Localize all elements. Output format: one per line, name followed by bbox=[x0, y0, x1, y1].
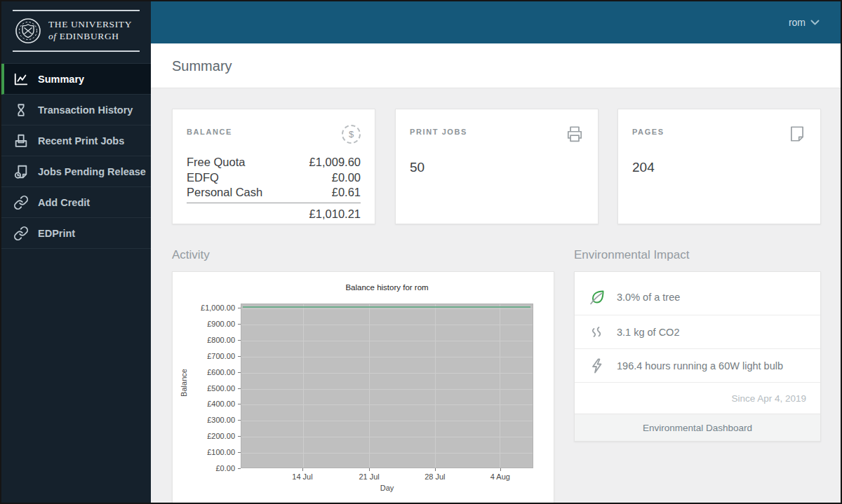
chart-gridline-h bbox=[241, 341, 533, 341]
sidebar-item-edprint[interactable]: EDPrint bbox=[1, 218, 151, 249]
chart-x-tick-label: 28 Jul bbox=[425, 472, 445, 481]
co2-steam-icon bbox=[589, 324, 606, 341]
activity-section-label: Activity bbox=[172, 248, 210, 262]
chart-y-tick-label: £200.00 bbox=[173, 432, 235, 440]
chart-y-tick-labels: £1,000.00£900.00£800.00£700.00£600.00£50… bbox=[173, 304, 235, 468]
balance-card-label: BALANCE bbox=[187, 125, 232, 136]
chart-gridline-h bbox=[241, 421, 533, 421]
chart-gridline-v bbox=[369, 304, 370, 468]
dollar-dashed-circle-icon: $ bbox=[342, 125, 361, 144]
topbar: rom bbox=[151, 1, 841, 43]
page-header: Summary bbox=[151, 43, 841, 88]
pages-card: PAGES 204 bbox=[617, 109, 821, 224]
leaf-icon bbox=[589, 289, 606, 306]
chain-link-icon bbox=[13, 195, 29, 210]
chart-y-tick-mark bbox=[238, 468, 241, 469]
app-window: THE UNIVERSITY of EDINBURGH Summary Tran… bbox=[0, 0, 842, 504]
chart-balance-line bbox=[243, 306, 530, 308]
chart-title: Balance history for rom bbox=[241, 283, 533, 292]
sidebar-item-label: Jobs Pending Release bbox=[38, 166, 146, 177]
chart-gridline-v bbox=[303, 304, 304, 468]
env-row-co2: 3.1 kg of CO2 bbox=[575, 315, 820, 349]
username: rom bbox=[789, 17, 806, 28]
balance-row-name: Personal Cash bbox=[187, 185, 262, 200]
page-title: Summary bbox=[172, 43, 232, 88]
chart-gridline-h bbox=[241, 404, 533, 405]
user-menu-dropdown[interactable]: rom bbox=[789, 1, 820, 43]
sidebar-item-label: Transaction History bbox=[38, 104, 133, 116]
university-logo: THE UNIVERSITY of EDINBURGH bbox=[1, 1, 151, 52]
chart-y-tick-mark bbox=[238, 356, 241, 357]
chart-y-tick-label: £100.00 bbox=[173, 448, 235, 456]
pages-value: 204 bbox=[632, 160, 806, 175]
chart-gridline-h bbox=[241, 437, 533, 437]
lightning-bolt-icon bbox=[589, 357, 606, 374]
print-jobs-card: PRINT JOBS 50 bbox=[395, 109, 599, 224]
chart-x-tick-labels: 14 Jul21 Jul28 Jul4 Aug bbox=[241, 472, 533, 482]
balance-row: EDFQ £0.00 bbox=[187, 170, 361, 186]
sidebar-item-transaction-history[interactable]: Transaction History bbox=[1, 95, 151, 125]
balance-total: £1,010.21 bbox=[187, 203, 361, 222]
chart-gridline-h bbox=[241, 389, 533, 390]
sidebar-item-label: Summary bbox=[38, 74, 84, 85]
chart-y-tick-label: £0.00 bbox=[173, 464, 235, 472]
printer-tray-icon bbox=[13, 133, 29, 149]
chain-link-icon bbox=[13, 226, 29, 241]
chart-gridline-v bbox=[435, 304, 436, 468]
environmental-impact-card: 3.0% of a tree 3.1 kg of CO2 196.4 hours… bbox=[574, 271, 821, 442]
chart-y-tick-label: £800.00 bbox=[173, 336, 235, 344]
chart-x-axis-label: Day bbox=[241, 484, 533, 492]
environmental-dashboard-link[interactable]: Environmental Dashboard bbox=[575, 414, 820, 441]
balance-row-value: £0.61 bbox=[332, 185, 361, 200]
sidebar-item-summary[interactable]: Summary bbox=[1, 64, 151, 95]
chart-gridline-h bbox=[241, 325, 533, 325]
balance-row-name: EDFQ bbox=[187, 170, 219, 186]
chart-y-tick-label: £300.00 bbox=[173, 416, 235, 424]
chart-y-tick-mark bbox=[238, 404, 241, 404]
chart-y-tick-mark bbox=[238, 308, 241, 308]
hourglass-icon bbox=[13, 102, 29, 118]
chart-y-tick-label: £400.00 bbox=[173, 400, 235, 408]
document-clock-icon bbox=[13, 164, 29, 179]
print-jobs-value: 50 bbox=[410, 160, 584, 175]
chart-x-tick-mark bbox=[302, 468, 303, 471]
sidebar-item-recent-print-jobs[interactable]: Recent Print Jobs bbox=[1, 125, 151, 156]
page-icon bbox=[788, 125, 806, 143]
sidebar-item-label: EDPrint bbox=[38, 228, 75, 239]
chart-x-tick-label: 21 Jul bbox=[359, 472, 379, 481]
sidebar-item-add-credit[interactable]: Add Credit bbox=[1, 187, 151, 218]
sidebar-menu: Summary Transaction History Recent Print… bbox=[1, 63, 151, 249]
chart-y-tick-mark bbox=[238, 388, 241, 389]
balance-card: BALANCE $ Free Quota £1,009.60 EDFQ £0.0… bbox=[172, 109, 375, 224]
sidebar-item-label: Add Credit bbox=[38, 197, 90, 208]
chart-plot bbox=[241, 304, 533, 468]
chart-x-tick-mark bbox=[500, 468, 501, 471]
env-row-text: 3.1 kg of CO2 bbox=[617, 327, 679, 338]
chart-y-tick-mark bbox=[238, 436, 241, 437]
chart-y-tick-label: £1,000.00 bbox=[173, 304, 235, 312]
chevron-down-icon bbox=[810, 20, 820, 26]
balance-row: Free Quota £1,009.60 bbox=[187, 155, 361, 170]
balance-history-chart: Balance history for rom Balance £1,000.0… bbox=[173, 272, 554, 504]
chart-y-tick-label: £700.00 bbox=[173, 352, 235, 360]
line-chart-icon bbox=[13, 71, 29, 87]
chart-gridline-h bbox=[241, 453, 533, 454]
print-jobs-card-label: PRINT JOBS bbox=[410, 125, 467, 136]
env-row-text: 196.4 hours running a 60W light bulb bbox=[617, 360, 783, 372]
chart-x-tick-label: 4 Aug bbox=[490, 472, 510, 481]
env-row-tree: 3.0% of a tree bbox=[575, 272, 820, 315]
sidebar-item-jobs-pending-release[interactable]: Jobs Pending Release bbox=[1, 156, 151, 187]
chart-gridline-h bbox=[241, 373, 533, 374]
env-row-text: 3.0% of a tree bbox=[617, 292, 680, 303]
balance-row-name: Free Quota bbox=[187, 155, 245, 170]
chart-y-tick-mark bbox=[238, 340, 241, 341]
university-crest-icon bbox=[14, 17, 42, 45]
chart-y-tick-label: £600.00 bbox=[173, 368, 235, 376]
pages-card-label: PAGES bbox=[632, 125, 664, 136]
env-row-energy: 196.4 hours running a 60W light bulb bbox=[575, 349, 820, 383]
activity-chart-card: Balance history for rom Balance £1,000.0… bbox=[172, 271, 554, 504]
printer-icon bbox=[566, 125, 584, 143]
chart-y-tick-label: £900.00 bbox=[173, 320, 235, 328]
balance-row-value: £1,009.60 bbox=[309, 155, 361, 170]
chart-gridline-h bbox=[241, 357, 533, 357]
